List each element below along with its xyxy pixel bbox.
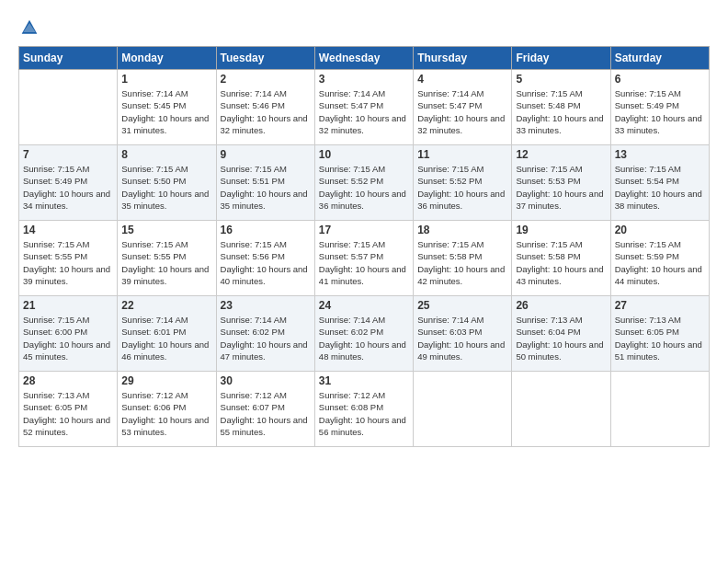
day-header-thursday: Thursday [414, 47, 512, 70]
day-cell: 27Sunrise: 7:13 AMSunset: 6:05 PMDayligh… [610, 296, 709, 372]
day-cell: 29Sunrise: 7:12 AMSunset: 6:06 PMDayligh… [118, 372, 216, 447]
day-number: 29 [121, 374, 211, 387]
day-number: 30 [221, 374, 311, 387]
week-row-0: 1Sunrise: 7:14 AMSunset: 5:45 PMDaylight… [19, 70, 710, 145]
day-header-wednesday: Wednesday [314, 47, 413, 70]
day-number: 2 [221, 73, 311, 86]
day-number: 25 [417, 299, 507, 312]
day-cell: 17Sunrise: 7:15 AMSunset: 5:57 PMDayligh… [314, 221, 413, 296]
day-header-sunday: Sunday [19, 47, 118, 70]
day-cell: 7Sunrise: 7:15 AMSunset: 5:49 PMDaylight… [19, 145, 118, 221]
day-info: Sunrise: 7:15 AMSunset: 5:52 PMDaylight:… [319, 163, 409, 212]
week-row-2: 14Sunrise: 7:15 AMSunset: 5:55 PMDayligh… [19, 221, 710, 296]
day-info: Sunrise: 7:15 AMSunset: 5:54 PMDaylight:… [615, 163, 705, 212]
day-cell: 31Sunrise: 7:12 AMSunset: 6:08 PMDayligh… [314, 372, 413, 447]
day-number: 10 [319, 148, 409, 161]
day-number: 31 [319, 374, 409, 387]
day-cell: 23Sunrise: 7:14 AMSunset: 6:02 PMDayligh… [216, 296, 314, 372]
svg-marker-1 [23, 23, 35, 32]
day-cell: 11Sunrise: 7:15 AMSunset: 5:52 PMDayligh… [414, 145, 512, 221]
day-info: Sunrise: 7:14 AMSunset: 5:46 PMDaylight:… [221, 87, 311, 136]
day-info: Sunrise: 7:14 AMSunset: 5:45 PMDaylight:… [121, 87, 211, 136]
week-row-4: 28Sunrise: 7:13 AMSunset: 6:05 PMDayligh… [19, 372, 710, 447]
day-number: 13 [615, 148, 705, 161]
day-number: 20 [615, 224, 705, 236]
day-info: Sunrise: 7:15 AMSunset: 5:58 PMDaylight:… [417, 238, 507, 287]
day-number: 7 [23, 148, 113, 161]
calendar-table: SundayMondayTuesdayWednesdayThursdayFrid… [18, 46, 710, 447]
day-number: 1 [121, 73, 211, 86]
day-number: 15 [121, 224, 211, 236]
day-number: 5 [516, 73, 606, 86]
day-cell: 13Sunrise: 7:15 AMSunset: 5:54 PMDayligh… [610, 145, 709, 221]
day-info: Sunrise: 7:13 AMSunset: 6:05 PMDaylight:… [615, 314, 705, 362]
day-number: 27 [615, 299, 705, 312]
week-row-3: 21Sunrise: 7:15 AMSunset: 6:00 PMDayligh… [19, 296, 710, 372]
day-info: Sunrise: 7:15 AMSunset: 5:57 PMDaylight:… [319, 238, 409, 287]
day-number: 26 [516, 299, 606, 312]
day-cell: 5Sunrise: 7:15 AMSunset: 5:48 PMDaylight… [512, 70, 610, 145]
day-cell: 24Sunrise: 7:14 AMSunset: 6:02 PMDayligh… [314, 296, 413, 372]
day-info: Sunrise: 7:14 AMSunset: 5:47 PMDaylight:… [417, 87, 507, 136]
day-number: 11 [417, 148, 507, 161]
day-number: 12 [516, 148, 606, 161]
day-info: Sunrise: 7:15 AMSunset: 5:56 PMDaylight:… [221, 238, 311, 287]
day-cell: 4Sunrise: 7:14 AMSunset: 5:47 PMDaylight… [414, 70, 512, 145]
day-info: Sunrise: 7:14 AMSunset: 6:02 PMDaylight:… [221, 314, 311, 362]
logo [18, 18, 39, 37]
day-cell: 25Sunrise: 7:14 AMSunset: 6:03 PMDayligh… [414, 296, 512, 372]
header [18, 18, 710, 37]
header-row: SundayMondayTuesdayWednesdayThursdayFrid… [19, 47, 710, 70]
day-header-tuesday: Tuesday [216, 47, 314, 70]
day-number: 17 [319, 224, 409, 236]
day-number: 4 [417, 73, 507, 86]
day-info: Sunrise: 7:15 AMSunset: 5:59 PMDaylight:… [615, 238, 705, 287]
day-cell: 6Sunrise: 7:15 AMSunset: 5:49 PMDaylight… [610, 70, 709, 145]
day-number: 18 [417, 224, 507, 236]
day-cell: 3Sunrise: 7:14 AMSunset: 5:47 PMDaylight… [314, 70, 413, 145]
day-cell: 28Sunrise: 7:13 AMSunset: 6:05 PMDayligh… [19, 372, 118, 447]
day-info: Sunrise: 7:13 AMSunset: 6:04 PMDaylight:… [516, 314, 606, 362]
day-header-saturday: Saturday [610, 47, 709, 70]
day-number: 21 [23, 299, 113, 312]
day-info: Sunrise: 7:15 AMSunset: 5:49 PMDaylight:… [23, 163, 113, 212]
day-info: Sunrise: 7:15 AMSunset: 6:00 PMDaylight:… [23, 314, 113, 362]
day-info: Sunrise: 7:15 AMSunset: 5:48 PMDaylight:… [516, 87, 606, 136]
day-number: 23 [221, 299, 311, 312]
day-number: 28 [23, 374, 113, 387]
day-info: Sunrise: 7:14 AMSunset: 6:01 PMDaylight:… [121, 314, 211, 362]
day-cell: 20Sunrise: 7:15 AMSunset: 5:59 PMDayligh… [610, 221, 709, 296]
day-number: 8 [121, 148, 211, 161]
day-cell: 26Sunrise: 7:13 AMSunset: 6:04 PMDayligh… [512, 296, 610, 372]
day-cell [19, 70, 118, 145]
day-cell: 12Sunrise: 7:15 AMSunset: 5:53 PMDayligh… [512, 145, 610, 221]
day-number: 6 [615, 73, 705, 86]
day-info: Sunrise: 7:15 AMSunset: 5:55 PMDaylight:… [23, 238, 113, 287]
day-number: 3 [319, 73, 409, 86]
day-number: 19 [516, 224, 606, 236]
day-info: Sunrise: 7:15 AMSunset: 5:50 PMDaylight:… [121, 163, 211, 212]
day-cell: 30Sunrise: 7:12 AMSunset: 6:07 PMDayligh… [216, 372, 314, 447]
day-info: Sunrise: 7:12 AMSunset: 6:08 PMDaylight:… [319, 389, 409, 438]
day-number: 14 [23, 224, 113, 236]
day-cell: 18Sunrise: 7:15 AMSunset: 5:58 PMDayligh… [414, 221, 512, 296]
day-number: 16 [221, 224, 311, 236]
day-cell: 8Sunrise: 7:15 AMSunset: 5:50 PMDaylight… [118, 145, 216, 221]
day-info: Sunrise: 7:12 AMSunset: 6:06 PMDaylight:… [121, 389, 211, 438]
day-cell [414, 372, 512, 447]
day-cell: 2Sunrise: 7:14 AMSunset: 5:46 PMDaylight… [216, 70, 314, 145]
day-cell: 14Sunrise: 7:15 AMSunset: 5:55 PMDayligh… [19, 221, 118, 296]
day-header-monday: Monday [118, 47, 216, 70]
day-cell: 15Sunrise: 7:15 AMSunset: 5:55 PMDayligh… [118, 221, 216, 296]
day-info: Sunrise: 7:15 AMSunset: 5:52 PMDaylight:… [417, 163, 507, 212]
day-cell: 19Sunrise: 7:15 AMSunset: 5:58 PMDayligh… [512, 221, 610, 296]
day-cell: 1Sunrise: 7:14 AMSunset: 5:45 PMDaylight… [118, 70, 216, 145]
day-cell: 9Sunrise: 7:15 AMSunset: 5:51 PMDaylight… [216, 145, 314, 221]
logo-icon [20, 18, 39, 37]
day-cell [610, 372, 709, 447]
day-info: Sunrise: 7:15 AMSunset: 5:55 PMDaylight:… [121, 238, 211, 287]
day-info: Sunrise: 7:15 AMSunset: 5:49 PMDaylight:… [615, 87, 705, 136]
day-header-friday: Friday [512, 47, 610, 70]
day-cell: 16Sunrise: 7:15 AMSunset: 5:56 PMDayligh… [216, 221, 314, 296]
day-info: Sunrise: 7:13 AMSunset: 6:05 PMDaylight:… [23, 389, 113, 438]
